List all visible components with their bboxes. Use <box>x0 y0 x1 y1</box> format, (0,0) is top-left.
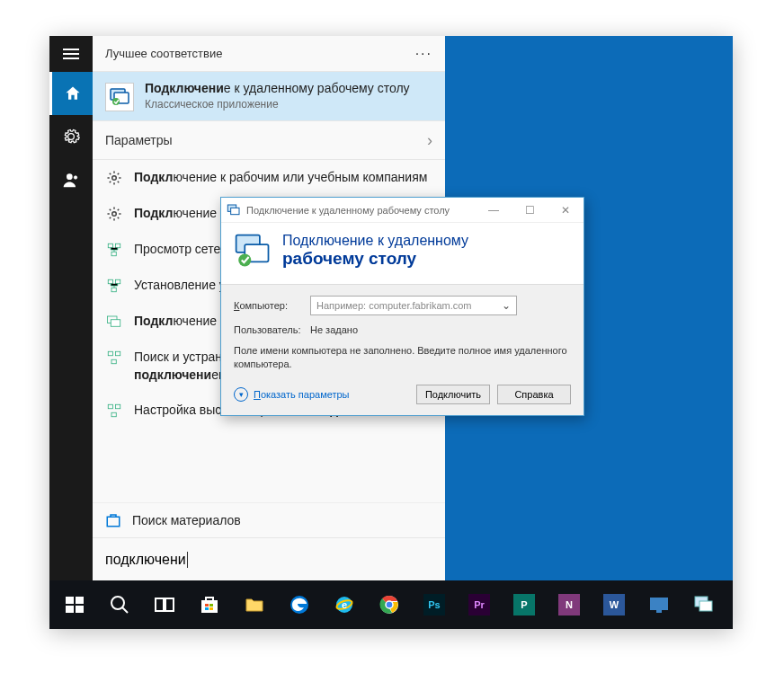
rail-people[interactable] <box>49 158 93 201</box>
more-options-icon[interactable]: ··· <box>415 46 432 62</box>
svg-point-31 <box>111 597 124 609</box>
store-icon <box>199 594 220 615</box>
help-button[interactable]: Справка <box>497 385 571 404</box>
rail-settings[interactable] <box>49 115 93 158</box>
tb-premiere[interactable]: Pr <box>458 580 501 629</box>
gear-icon <box>62 128 80 146</box>
connect-button[interactable]: Подключить <box>416 385 490 404</box>
svg-rect-20 <box>111 412 116 417</box>
result-item[interactable]: Подключение к рабочим или учебным компан… <box>93 160 445 196</box>
search-box[interactable]: подключени <box>93 537 445 580</box>
svg-rect-15 <box>108 351 112 356</box>
banner-line2: рабочему столу <box>282 249 468 269</box>
svg-rect-35 <box>205 604 209 607</box>
svg-rect-48 <box>699 601 712 611</box>
svg-rect-32 <box>156 598 164 611</box>
tb-rdp-running[interactable] <box>682 580 726 629</box>
home-icon <box>64 84 82 102</box>
store-section[interactable]: Поиск материалов <box>93 502 445 537</box>
svg-rect-16 <box>116 351 120 356</box>
tb-word[interactable]: W <box>592 580 636 629</box>
rdp-dialog: Подключение к удаленному рабочему столу … <box>220 197 584 416</box>
network-icon <box>105 402 123 420</box>
taskview-button[interactable] <box>143 580 186 629</box>
rail-home[interactable] <box>49 72 93 115</box>
hamburger-icon <box>63 46 79 62</box>
best-match-rest: е к удаленному рабочему столу <box>224 81 410 95</box>
computer-combobox[interactable]: Например: computer.fabrikam.com <box>310 296 517 315</box>
windows-icon <box>64 594 85 615</box>
ie-icon: e <box>334 594 355 615</box>
svg-rect-46 <box>656 610 662 613</box>
best-match-result[interactable]: Подключение к удаленному рабочему столу … <box>93 72 445 120</box>
rdp-title-icon <box>227 203 241 217</box>
tb-chrome[interactable] <box>368 580 411 629</box>
svg-rect-23 <box>231 208 239 214</box>
svg-rect-28 <box>76 597 84 604</box>
svg-rect-37 <box>205 607 209 610</box>
svg-point-1 <box>74 176 76 179</box>
chevron-right-icon: › <box>427 131 432 150</box>
tb-ie[interactable]: e <box>323 580 366 629</box>
rdp-banner-icon <box>234 232 272 270</box>
dialog-banner: Подключение к удаленному рабочему столу <box>221 223 584 284</box>
gear-icon <box>105 169 123 187</box>
svg-rect-45 <box>650 598 668 610</box>
pub-icon: P <box>513 594 535 615</box>
best-match-subtitle: Классическое приложение <box>145 98 410 111</box>
svg-rect-11 <box>116 279 120 284</box>
svg-rect-30 <box>76 606 84 613</box>
ps-icon: Ps <box>423 594 445 615</box>
rdp-app-icon <box>105 83 134 111</box>
show-options-link[interactable]: ▾ Показать параметры <box>234 387 350 402</box>
edge-icon <box>289 594 310 615</box>
word-icon: W <box>603 594 625 615</box>
svg-rect-36 <box>209 604 213 607</box>
svg-point-6 <box>112 212 117 217</box>
tb-explorer[interactable] <box>233 580 276 629</box>
generic-app-icon <box>648 594 670 615</box>
maximize-button[interactable]: ☐ <box>512 198 548 223</box>
start-rail <box>49 36 93 580</box>
dialog-titlebar[interactable]: Подключение к удаленному рабочему столу … <box>221 198 584 223</box>
tb-edge[interactable] <box>278 580 321 629</box>
tb-onenote[interactable]: N <box>548 580 591 629</box>
start-button[interactable] <box>53 580 96 629</box>
best-match-bold: Подключени <box>145 81 224 95</box>
svg-rect-21 <box>107 517 120 527</box>
settings-section-header[interactable]: Параметры › <box>93 120 445 160</box>
minimize-button[interactable]: — <box>476 198 512 223</box>
settings-section-label: Параметры <box>105 133 173 147</box>
taskbar: e Ps Pr P N W <box>49 580 733 629</box>
svg-rect-9 <box>111 252 116 256</box>
svg-point-5 <box>112 176 117 181</box>
person-icon <box>62 171 80 189</box>
dialog-message: Поле имени компьютера не заполнено. Введ… <box>234 344 571 372</box>
user-label: Пользователь: <box>234 324 301 335</box>
gear-icon <box>105 205 123 223</box>
computer-label: Компьютер: <box>234 300 301 311</box>
computer-placeholder: Например: computer.fabrikam.com <box>316 300 472 311</box>
tb-app1[interactable] <box>637 580 681 629</box>
search-icon <box>109 594 130 615</box>
tb-publisher[interactable]: P <box>503 580 546 629</box>
svg-rect-19 <box>116 404 120 409</box>
svg-rect-27 <box>66 597 74 604</box>
search-input-text: подключени <box>105 552 188 568</box>
best-match-label: Лучшее соответствие <box>105 47 222 60</box>
svg-rect-14 <box>111 320 120 327</box>
store-label: Поиск материалов <box>132 513 241 527</box>
tb-photoshop[interactable]: Ps <box>413 580 456 629</box>
folder-icon <box>244 594 265 615</box>
svg-text:e: e <box>342 599 347 610</box>
show-options-label: Показать параметры <box>254 389 350 400</box>
svg-rect-10 <box>108 279 112 284</box>
close-button[interactable]: ✕ <box>548 198 584 223</box>
taskview-icon <box>154 594 175 615</box>
tb-store[interactable] <box>188 580 231 629</box>
rdp-taskbar-icon <box>693 594 715 615</box>
user-value: Не задано <box>310 324 358 335</box>
search-button[interactable] <box>98 580 141 629</box>
dialog-body: Компьютер: Например: computer.fabrikam.c… <box>221 284 584 415</box>
menu-toggle[interactable] <box>49 36 93 72</box>
